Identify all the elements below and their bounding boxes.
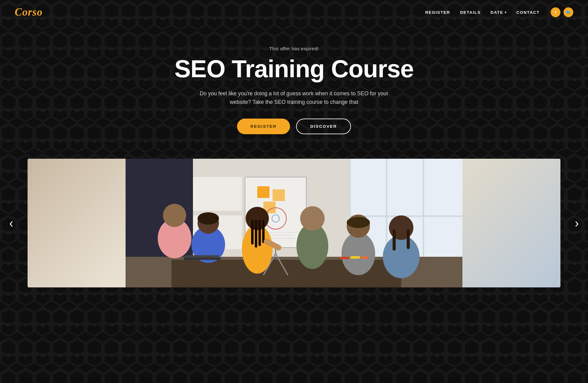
svg-point-41 [347, 217, 370, 228]
expired-notice: This offer has expired! [162, 46, 426, 51]
svg-point-39 [341, 232, 375, 275]
navbar: Corso REGISTER DETAILS DATE ▾ CONTACT f [0, 0, 588, 25]
svg-rect-47 [351, 256, 360, 259]
slider-next-button[interactable]: › [572, 213, 582, 233]
site-logo[interactable]: Corso [15, 6, 43, 18]
nav-links: REGISTER DETAILS DATE ▾ CONTACT [425, 9, 540, 15]
nav-link-contact[interactable]: CONTACT [516, 10, 540, 15]
svg-rect-33 [255, 220, 257, 248]
svg-point-26 [163, 204, 186, 227]
svg-rect-32 [251, 220, 254, 245]
svg-rect-49 [184, 257, 221, 260]
svg-point-42 [383, 235, 420, 278]
svg-rect-35 [262, 220, 265, 243]
image-slider: ‹ [0, 159, 588, 287]
twitter-button[interactable]: 🐦 [564, 7, 573, 17]
slider-container [28, 159, 560, 287]
svg-rect-46 [340, 257, 349, 259]
svg-rect-48 [361, 256, 368, 259]
facebook-icon: f [555, 10, 556, 15]
slider-image [28, 159, 560, 287]
nav-item-details[interactable]: DETAILS [460, 9, 481, 15]
slider-prev-button[interactable]: ‹ [6, 213, 16, 233]
nav-item-date[interactable]: DATE ▾ [491, 10, 507, 15]
svg-rect-18 [273, 189, 285, 201]
nav-link-register[interactable]: REGISTER [425, 10, 450, 15]
social-links: f 🐦 [551, 7, 573, 17]
facebook-button[interactable]: f [551, 7, 560, 17]
hero-title: SEO Training Course [162, 56, 426, 82]
twitter-icon: 🐦 [566, 10, 571, 15]
hero-description: Do you feel like you're doing a lot of g… [190, 89, 398, 106]
training-scene-svg [28, 159, 560, 287]
svg-point-38 [300, 206, 325, 231]
svg-point-29 [198, 212, 219, 225]
nav-link-date[interactable]: DATE ▾ [491, 10, 507, 15]
svg-rect-45 [407, 229, 410, 249]
svg-rect-44 [393, 229, 396, 251]
svg-rect-8 [193, 177, 242, 211]
svg-rect-34 [258, 220, 261, 246]
nav-item-register[interactable]: REGISTER [425, 9, 450, 15]
svg-rect-17 [257, 186, 270, 198]
chevron-down-icon: ▾ [505, 10, 507, 14]
hero-section: This offer has expired! SEO Training Cou… [156, 25, 432, 153]
discover-button[interactable]: DISCOVER [296, 119, 351, 134]
svg-rect-50 [185, 255, 219, 258]
hero-buttons: REGISTER DISCOVER [162, 119, 426, 134]
register-button[interactable]: REGISTER [237, 119, 290, 134]
nav-link-details[interactable]: DETAILS [460, 10, 481, 15]
nav-right: REGISTER DETAILS DATE ▾ CONTACT f 🐦 [425, 7, 573, 17]
nav-item-contact[interactable]: CONTACT [516, 9, 540, 15]
